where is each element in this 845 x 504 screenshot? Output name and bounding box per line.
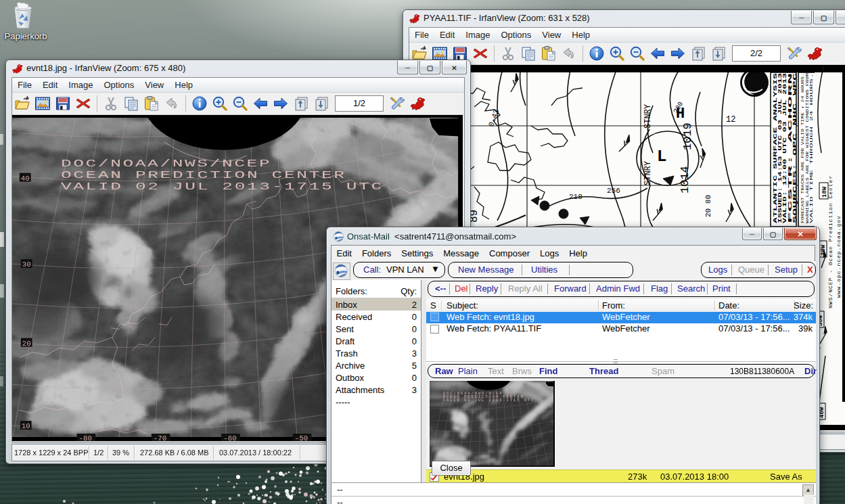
svg-text:www.opc.ncep.noaa.gov: www.opc.ncep.noaa.gov (836, 215, 842, 298)
svg-text:10W: 10W (821, 186, 828, 198)
